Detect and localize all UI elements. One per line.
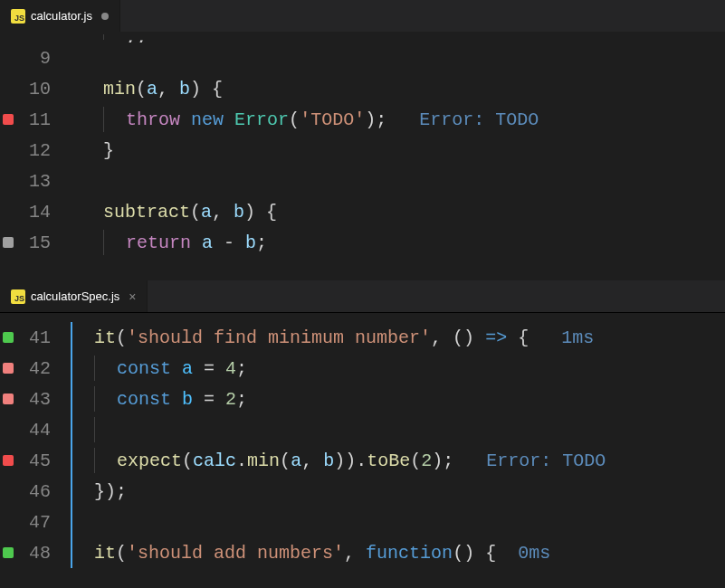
javascript-file-icon: JS: [11, 9, 25, 24]
test-time: 0ms: [518, 543, 550, 564]
editor-bottom[interactable]: 41 it('should find minimum number', () =…: [0, 312, 725, 583]
coverage-marker-icon: [3, 363, 14, 374]
code-line: 43 const b = 2;: [0, 384, 725, 414]
code-line: 46 });: [0, 476, 725, 507]
error-marker-icon: [3, 114, 14, 125]
code-line: 42 const a = 4;: [0, 353, 725, 384]
close-icon[interactable]: ×: [129, 289, 136, 304]
javascript-file-icon: JS: [11, 289, 25, 304]
code-line: 14 subtract(a, b) {: [0, 196, 725, 227]
code-line: 12 }: [0, 135, 725, 166]
inline-error: Error: TODO: [486, 450, 606, 471]
coverage-marker-icon: [3, 394, 14, 404]
breakpoint-unverified-icon: [3, 237, 14, 248]
code-line: 47: [0, 507, 725, 537]
tab-label: calculatorSpec.js: [31, 289, 119, 303]
code-line: 11 throw new Error('TODO'); Error: TODO: [0, 104, 725, 135]
code-line: 13: [0, 166, 725, 196]
inline-error: Error: TODO: [419, 109, 539, 130]
code-line: 41 it('should find minimum number', () =…: [0, 322, 725, 353]
code-line: 45 expect(calc.min(a, b)).toBe(2); Error…: [0, 445, 725, 476]
code-line: 10 min(a, b) {: [0, 73, 725, 104]
test-pass-icon: [3, 332, 14, 343]
editor-top[interactable]: ,, 9 10 min(a, b) { 11 throw new Error('…: [0, 32, 725, 280]
code-line: 15 return a - b;: [0, 227, 725, 258]
test-pass-icon: [3, 547, 14, 558]
tab-calculator-spec[interactable]: JS calculatorSpec.js ×: [0, 280, 148, 312]
dirty-indicator-icon: [101, 13, 109, 20]
tab-calculator[interactable]: JS calculator.js: [0, 0, 120, 32]
tab-label: calculator.js: [31, 9, 92, 23]
code-line: 9: [0, 43, 725, 73]
code-line: 44: [0, 414, 725, 445]
tab-bar-bottom: JS calculatorSpec.js ×: [0, 280, 725, 312]
error-marker-icon: [3, 455, 14, 466]
code-line: 48 it('should add numbers', function() {…: [0, 537, 725, 568]
tab-bar-top: JS calculator.js: [0, 0, 725, 32]
code-line: ,,: [0, 32, 725, 43]
test-time: 1ms: [561, 327, 594, 348]
